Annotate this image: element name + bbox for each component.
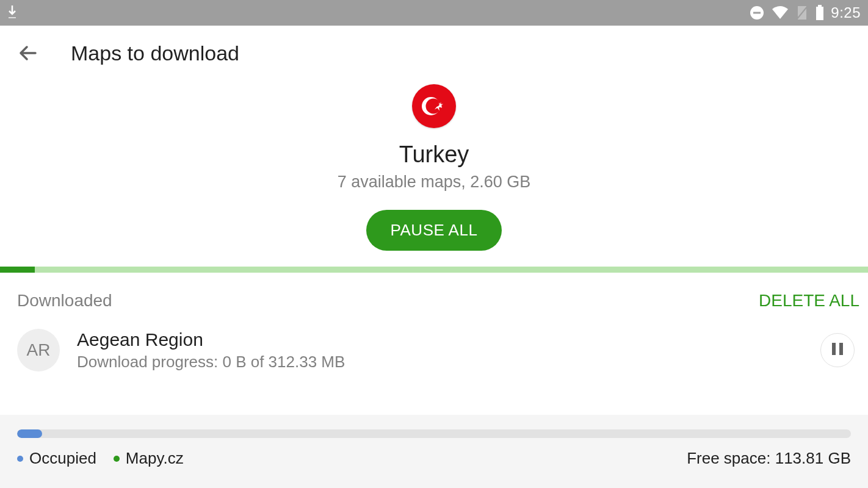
country-flag-icon <box>412 84 456 128</box>
storage-footer: Occupied Mapy.cz Free space: 113.81 GB <box>0 415 868 488</box>
country-name: Turkey <box>399 142 469 168</box>
legend-occupied-label: Occupied <box>29 449 96 468</box>
free-space-label: Free space: 113.81 GB <box>687 449 851 468</box>
pause-icon <box>831 342 844 359</box>
pause-item-button[interactable] <box>820 333 855 367</box>
svg-rect-2 <box>753 12 761 14</box>
status-bar: 9:25 <box>0 0 868 26</box>
status-time: 9:25 <box>831 4 861 21</box>
country-hero: Turkey 7 available maps, 2.60 GB PAUSE A… <box>0 81 868 267</box>
overall-progress-bar <box>0 267 868 273</box>
page-title: Maps to download <box>71 41 239 65</box>
dot-app-icon <box>114 456 120 462</box>
legend-occupied: Occupied <box>17 449 96 468</box>
region-title: Aegean Region <box>77 329 803 350</box>
legend-app-label: Mapy.cz <box>126 449 184 468</box>
region-progress-text: Download progress: 0 B of 312.33 MB <box>77 353 803 371</box>
svg-rect-11 <box>839 343 843 355</box>
storage-usage-bar <box>17 429 851 438</box>
country-subtitle: 7 available maps, 2.60 GB <box>338 173 531 192</box>
svg-rect-5 <box>816 7 823 20</box>
overall-progress-fill <box>0 267 35 273</box>
region-avatar: AR <box>17 329 60 371</box>
storage-occupied-fill <box>17 429 42 438</box>
dnd-icon <box>749 5 765 21</box>
downloaded-section-header: Downloaded DELETE ALL <box>0 273 868 310</box>
download-notification-icon <box>7 4 17 21</box>
dot-occupied-icon <box>17 456 23 462</box>
downloads-list: AR Aegean Region Download progress: 0 B … <box>0 310 868 415</box>
no-sim-icon <box>795 5 809 21</box>
downloaded-label: Downloaded <box>17 291 112 310</box>
back-button[interactable] <box>17 41 42 65</box>
svg-rect-10 <box>832 343 836 355</box>
delete-all-button[interactable]: DELETE ALL <box>759 291 859 310</box>
pause-all-button[interactable]: PAUSE ALL <box>366 210 502 251</box>
list-item[interactable]: AR Aegean Region Download progress: 0 B … <box>0 310 868 371</box>
battery-icon <box>815 5 825 21</box>
svg-rect-4 <box>818 5 822 7</box>
legend-app: Mapy.cz <box>114 449 184 468</box>
wifi-icon <box>771 5 789 20</box>
app-bar: Maps to download <box>0 26 868 81</box>
